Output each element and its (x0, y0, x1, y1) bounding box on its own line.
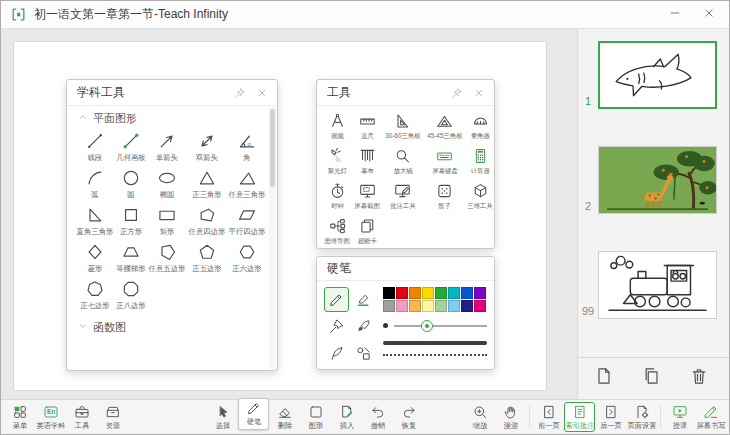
cursor-button[interactable]: 选择 (207, 402, 238, 432)
highlighter-pen-button[interactable] (351, 287, 376, 312)
triany-shape-tool[interactable]: 任意三角形 (227, 168, 267, 200)
mindmap-tool[interactable]: 思维导图 (322, 217, 352, 246)
rect-shape-tool[interactable]: 矩形 (147, 205, 187, 237)
hexagon-shape-tool[interactable]: 正六边形 (227, 242, 267, 274)
line-style-dotted[interactable] (383, 354, 487, 356)
scrollbar-thumb[interactable] (270, 109, 275, 187)
color-swatch[interactable] (396, 287, 408, 299)
pin-icon[interactable] (448, 84, 466, 102)
panel-scrollbar[interactable] (269, 107, 276, 369)
ruler-tool[interactable]: 直尺 (352, 112, 382, 141)
redo-button[interactable]: 恢复 (393, 402, 424, 432)
triright-shape-tool[interactable]: 直角三角形 (75, 205, 115, 237)
magnifier-tool[interactable]: 放大镜 (382, 147, 424, 176)
brush-pen-button[interactable] (351, 314, 376, 339)
toolbox-button[interactable]: 工具 (66, 402, 97, 432)
para-shape-tool[interactable]: 平行四边形 (227, 205, 267, 237)
circle-shape-tool[interactable]: 圆 (115, 168, 147, 200)
slide-thumbnail-train[interactable] (598, 251, 717, 319)
delete-page-button[interactable] (689, 366, 713, 390)
pencil-button[interactable]: 硬笔 (238, 398, 269, 430)
new-page-button[interactable] (594, 366, 618, 390)
annotate-tool[interactable]: 批注工具 (382, 182, 424, 211)
tools-panel-header[interactable]: 工具 (317, 80, 494, 106)
index-button[interactable]: 索引批注 (564, 402, 595, 432)
prev-button[interactable]: 前一页 (533, 402, 564, 432)
close-icon[interactable] (253, 84, 271, 102)
color-swatch[interactable] (461, 287, 473, 299)
color-swatch[interactable] (448, 300, 460, 312)
next-button[interactable]: 后一页 (595, 402, 626, 432)
color-swatch[interactable] (409, 300, 421, 312)
trieq-shape-tool[interactable]: 正三角形 (187, 168, 227, 200)
cube-tool[interactable]: 三维工具 (465, 182, 495, 211)
clock-tool[interactable]: 时钟 (322, 182, 352, 211)
color-swatch[interactable] (435, 287, 447, 299)
pin-icon[interactable] (231, 84, 249, 102)
compass-tool[interactable]: 圆规 (322, 112, 352, 141)
color-swatch[interactable] (383, 300, 395, 312)
copy-page-button[interactable] (642, 366, 666, 390)
en-button[interactable]: En英语学科 (35, 402, 66, 432)
supercard-tool[interactable]: 超能卡 (352, 217, 382, 246)
trapezoid-shape-tool[interactable]: 等腰梯形 (115, 242, 147, 274)
color-swatch[interactable] (474, 300, 486, 312)
spotlight-tool[interactable]: 聚光灯 (322, 147, 352, 176)
tri4545-tool[interactable]: 45-45三角板 (424, 112, 466, 141)
slide-thumbnail-shark[interactable] (598, 41, 717, 109)
angle-shape-tool[interactable]: α角 (227, 131, 267, 163)
arrow1-shape-tool[interactable]: 单箭头 (147, 131, 187, 163)
screenwrite-button[interactable]: 屏幕书写 (695, 402, 726, 432)
section-plane-shapes[interactable]: 平面图形 (67, 106, 277, 130)
seg-shape-tool[interactable]: 线段 (75, 131, 115, 163)
calculator-tool[interactable]: 计算器 (465, 147, 495, 176)
tri3060-tool[interactable]: 30-60三角板 (382, 112, 424, 141)
color-swatch[interactable] (474, 287, 486, 299)
sketch-shape-tool[interactable]: 几何画板 (115, 131, 147, 163)
subject-tools-panel-header[interactable]: 学科工具 (67, 80, 277, 106)
quad-shape-tool[interactable]: 任意四边形 (187, 205, 227, 237)
smartpen-pen-button[interactable] (324, 314, 349, 339)
octagon-shape-tool[interactable]: 正八边形 (115, 279, 147, 311)
close-icon[interactable] (470, 84, 488, 102)
resource-button[interactable]: 资源 (97, 402, 128, 432)
hand-button[interactable]: 漫游 (495, 402, 526, 432)
pentagon-shape-tool[interactable]: 正五边形 (187, 242, 227, 274)
square-shape-tool[interactable]: 正方形 (115, 205, 147, 237)
slider-handle[interactable] (421, 320, 433, 332)
color-swatch[interactable] (448, 287, 460, 299)
pen-size-slider[interactable] (394, 319, 487, 332)
rhombus-shape-tool[interactable]: 菱形 (75, 242, 115, 274)
color-swatch[interactable] (422, 287, 434, 299)
pagesettings-button[interactable]: 页面设置 (626, 402, 657, 432)
curtain-tool[interactable]: 幕布 (352, 147, 382, 176)
color-swatch[interactable] (422, 300, 434, 312)
color-swatch[interactable] (396, 300, 408, 312)
heptagon-shape-tool[interactable]: 正七边形 (75, 279, 115, 311)
arc-shape-tool[interactable]: 弧 (75, 168, 115, 200)
slide-thumbnail-giraffe[interactable] (598, 146, 717, 214)
teach-button[interactable]: 授课 (664, 402, 695, 432)
pencil-pen-button[interactable] (324, 287, 349, 312)
pentany-shape-tool[interactable]: 任意五边形 (147, 242, 187, 274)
zoom-button[interactable]: 缩放 (464, 402, 495, 432)
color-swatch[interactable] (409, 287, 421, 299)
pen-panel-header[interactable]: 硬笔 (317, 257, 494, 281)
eraser-button[interactable]: 删除 (269, 402, 300, 432)
quill-pen-button[interactable] (324, 341, 349, 366)
undo-button[interactable]: 撤销 (362, 402, 393, 432)
minimize-button[interactable] (668, 6, 686, 24)
ellipse-shape-tool[interactable]: 椭圆 (147, 168, 187, 200)
color-swatch[interactable] (461, 300, 473, 312)
color-swatch[interactable] (383, 287, 395, 299)
screenshot-tool[interactable]: 屏幕截图 (352, 182, 382, 211)
section-function-graph[interactable]: 函数图 (67, 315, 277, 339)
arrow2-shape-tool[interactable]: 双箭头 (187, 131, 227, 163)
menu-button[interactable]: 菜单 (4, 402, 35, 432)
shape-button[interactable]: 图形 (300, 402, 331, 432)
line-style-solid[interactable] (383, 341, 487, 345)
keyboard-tool[interactable]: 屏幕键盘 (424, 147, 466, 176)
shapepen-pen-button[interactable] (351, 341, 376, 366)
color-swatch[interactable] (435, 300, 447, 312)
close-button[interactable] (702, 6, 720, 24)
